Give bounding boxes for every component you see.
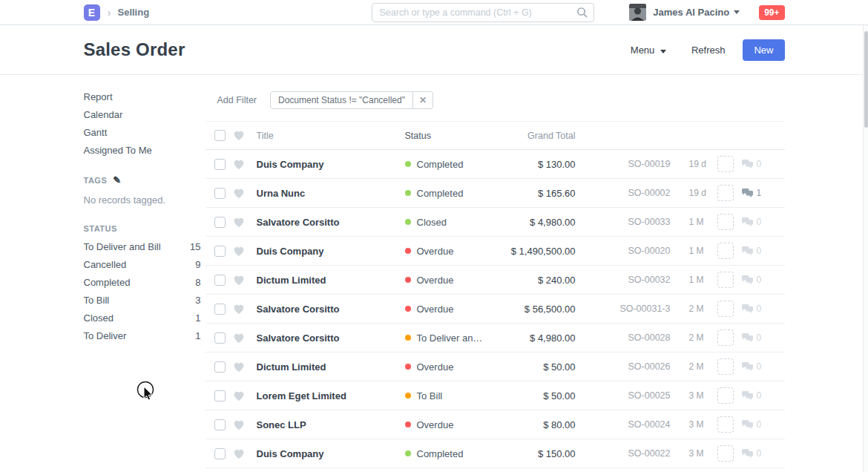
row-document-id[interactable]: SO-00022: [576, 448, 671, 459]
assign-placeholder[interactable]: [717, 272, 734, 288]
table-row[interactable]: Salvatore Corsitto Closed $ 4,980.00 SO-…: [206, 208, 785, 237]
heart-icon[interactable]: [233, 246, 245, 257]
row-checkbox[interactable]: [214, 159, 226, 170]
row-title[interactable]: Urna Nunc: [257, 188, 405, 199]
comments-cell[interactable]: 0: [741, 361, 762, 372]
heart-icon[interactable]: [233, 448, 245, 459]
heart-icon[interactable]: [233, 159, 245, 170]
table-row[interactable]: Dictum Limited Overdue $ 240.00 SO-00032…: [206, 266, 785, 295]
add-filter-button[interactable]: Add Filter: [217, 95, 257, 105]
select-all-checkbox[interactable]: [214, 130, 226, 141]
refresh-button[interactable]: Refresh: [684, 40, 733, 60]
row-title[interactable]: Duis Company: [257, 159, 405, 170]
heart-icon[interactable]: [233, 275, 245, 286]
app-logo[interactable]: E: [84, 4, 100, 21]
sidebar-item-calendar[interactable]: Calendar: [84, 110, 201, 120]
comments-cell[interactable]: 0: [741, 332, 762, 343]
row-title[interactable]: Salvatore Corsitto: [257, 332, 405, 344]
heart-icon[interactable]: [233, 304, 245, 315]
status-filter-item[interactable]: Completed8: [84, 278, 201, 288]
comments-cell[interactable]: 0: [741, 390, 762, 401]
assign-placeholder[interactable]: [717, 243, 734, 259]
table-row[interactable]: Sonec LLP Overdue $ 80.00 SO-00024 3 M 0: [206, 410, 785, 439]
table-row[interactable]: Salvatore Corsitto To Deliver an… $ 4,98…: [206, 324, 785, 353]
row-document-id[interactable]: SO-00020: [576, 246, 671, 256]
edit-tags-icon[interactable]: ✎: [113, 174, 121, 186]
table-row[interactable]: Dictum Limited Overdue $ 50.00 SO-00026 …: [206, 353, 785, 381]
menu-button[interactable]: Menu: [623, 40, 674, 60]
assign-placeholder[interactable]: [717, 330, 734, 346]
heart-icon[interactable]: [233, 188, 245, 199]
sidebar-item-report[interactable]: Report: [84, 92, 201, 102]
heart-icon[interactable]: [233, 332, 245, 344]
row-title[interactable]: Duis Company: [257, 448, 405, 459]
heart-icon[interactable]: [233, 130, 245, 141]
comments-cell[interactable]: 0: [741, 304, 762, 314]
column-header-grand-total[interactable]: Grand Total: [509, 131, 576, 141]
user-menu[interactable]: James Al Pacino: [629, 4, 740, 21]
row-document-id[interactable]: SO-00033: [576, 217, 671, 227]
heart-icon[interactable]: [233, 390, 245, 401]
row-document-id[interactable]: SO-00026: [576, 361, 671, 372]
filter-condition-button[interactable]: Document Status != "Cancelled": [270, 91, 413, 109]
notifications-badge[interactable]: 99+: [759, 5, 784, 20]
row-document-id[interactable]: SO-00028: [576, 332, 671, 343]
row-checkbox[interactable]: [214, 275, 226, 286]
table-row[interactable]: Urna Nunc Completed $ 165.60 SO-00002 19…: [206, 179, 785, 208]
row-checkbox[interactable]: [214, 448, 226, 459]
row-checkbox[interactable]: [214, 217, 226, 228]
comments-cell[interactable]: 0: [741, 159, 762, 169]
row-document-id[interactable]: SO-00032: [576, 275, 671, 285]
row-document-id[interactable]: SO-00002: [576, 188, 671, 198]
comments-cell[interactable]: 0: [741, 275, 762, 285]
row-title[interactable]: Sonec LLP: [257, 419, 405, 430]
assign-placeholder[interactable]: [717, 301, 734, 317]
row-checkbox[interactable]: [214, 419, 226, 430]
assign-placeholder[interactable]: [717, 445, 734, 462]
column-header-title[interactable]: Title: [257, 131, 405, 141]
scrollbar-thumb[interactable]: [864, 31, 868, 128]
row-document-id[interactable]: SO-00019: [576, 159, 671, 169]
assign-placeholder[interactable]: [717, 416, 734, 433]
heart-icon[interactable]: [233, 361, 245, 373]
comments-cell[interactable]: 1: [741, 188, 762, 198]
row-checkbox[interactable]: [214, 390, 226, 401]
row-title[interactable]: Dictum Limited: [257, 275, 405, 286]
status-filter-item[interactable]: Cancelled9: [84, 260, 201, 270]
assign-placeholder[interactable]: [717, 214, 734, 230]
row-document-id[interactable]: SO-00031-3: [576, 304, 671, 314]
row-title[interactable]: Salvatore Corsitto: [257, 304, 405, 315]
assign-placeholder[interactable]: [717, 185, 734, 201]
table-row[interactable]: Salvatore Corsitto Overdue $ 56,500.00 S…: [206, 295, 785, 324]
row-checkbox[interactable]: [214, 361, 226, 373]
status-filter-item[interactable]: Closed1: [84, 313, 201, 324]
row-checkbox[interactable]: [214, 332, 226, 344]
row-checkbox[interactable]: [214, 188, 226, 199]
breadcrumb[interactable]: Selling: [118, 7, 150, 18]
table-row[interactable]: Duis Company Completed $ 150.00 SO-00022…: [206, 439, 785, 468]
status-filter-item[interactable]: To Bill3: [84, 295, 201, 306]
comments-cell[interactable]: 0: [741, 419, 762, 430]
vertical-scrollbar[interactable]: [863, 25, 868, 472]
row-checkbox[interactable]: [214, 246, 226, 257]
comments-cell[interactable]: 0: [741, 217, 762, 227]
row-document-id[interactable]: SO-00025: [576, 390, 671, 401]
status-filter-item[interactable]: To Deliver1: [84, 331, 201, 341]
assign-placeholder[interactable]: [717, 156, 734, 172]
new-button[interactable]: New: [743, 39, 784, 61]
comments-cell[interactable]: 0: [741, 448, 762, 459]
sidebar-item-gantt[interactable]: Gantt: [84, 128, 201, 138]
row-title[interactable]: Duis Company: [257, 246, 405, 257]
table-row[interactable]: Duis Company Completed $ 130.00 SO-00019…: [206, 150, 785, 179]
heart-icon[interactable]: [233, 419, 245, 430]
heart-icon[interactable]: [233, 217, 245, 228]
row-title[interactable]: Lorem Eget Limited: [257, 390, 405, 401]
comments-cell[interactable]: 0: [741, 246, 762, 256]
row-title[interactable]: Salvatore Corsitto: [257, 217, 405, 228]
sidebar-item-assigned-to-me[interactable]: Assigned To Me: [84, 145, 201, 156]
remove-filter-button[interactable]: ✕: [413, 91, 433, 109]
assign-placeholder[interactable]: [717, 358, 734, 375]
table-row[interactable]: Duis Company Overdue $ 1,490,500.00 SO-0…: [206, 237, 785, 266]
table-row[interactable]: Lorem Eget Limited To Bill $ 50.00 SO-00…: [206, 381, 785, 410]
search-input[interactable]: [372, 3, 594, 22]
